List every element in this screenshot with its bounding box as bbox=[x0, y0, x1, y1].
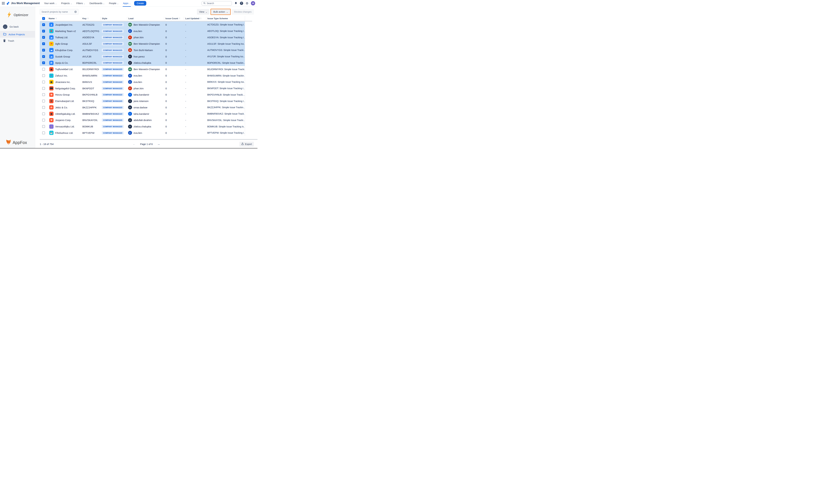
row-checkbox[interactable] bbox=[42, 61, 45, 64]
row-checkbox[interactable] bbox=[42, 125, 45, 128]
settings-gear-icon[interactable]: ⚙ bbox=[246, 2, 248, 5]
issue-count: 0 bbox=[164, 53, 184, 60]
help-icon[interactable]: ? bbox=[240, 2, 243, 5]
issue-count: 0 bbox=[164, 41, 184, 47]
row-checkbox[interactable] bbox=[42, 36, 45, 39]
chevron-down-icon: ⌄ bbox=[129, 3, 131, 4]
export-button[interactable]: Export bbox=[239, 142, 254, 147]
row-checkbox[interactable] bbox=[42, 93, 45, 96]
style-badge: COMPANY MANAGED bbox=[102, 36, 124, 39]
review-changes-button[interactable]: Review changes bbox=[232, 9, 254, 15]
table-row: ⌨ Nelgutagaful Corp. BKNPDDT COMPANY MAN… bbox=[40, 85, 245, 92]
lead-avatar: BW bbox=[128, 67, 132, 71]
column-header-lead[interactable]: Lead bbox=[127, 17, 164, 20]
row-checkbox[interactable] bbox=[42, 30, 45, 33]
column-header-issue-type-scheme[interactable]: Issue Type Scheme bbox=[206, 17, 245, 20]
table-row: ⚑ Agfo Group ASULSF COMPANY MANAGED BW B… bbox=[40, 41, 245, 47]
issue-count: 0 bbox=[164, 34, 184, 41]
row-checkbox[interactable] bbox=[42, 23, 45, 26]
view-dropdown-button[interactable]: View⌄ bbox=[197, 9, 210, 15]
column-header-last-updated[interactable]: Last Updated▲▼ bbox=[184, 17, 206, 20]
last-updated: - bbox=[184, 117, 206, 123]
table-row: ◉ Uletefojakukig Ltd. BMBNFBSVKZ COMPANY… bbox=[40, 111, 245, 117]
list-window-icon: ☰ bbox=[49, 99, 54, 103]
style-badge: COMPANY MANAGED bbox=[102, 42, 124, 45]
nav-your-work[interactable]: Your work⌄ bbox=[44, 0, 57, 7]
row-checkbox[interactable] bbox=[42, 87, 45, 90]
previous-page-arrow-icon[interactable]: ← bbox=[133, 142, 135, 146]
issue-type-scheme: BKSTRXQ: Simple Issue Tracking I… bbox=[206, 98, 245, 104]
row-checkbox[interactable] bbox=[42, 55, 45, 58]
user-avatar[interactable]: JR bbox=[251, 1, 255, 5]
projects-table: Name▲▼ Key▲▼ Style Lead Issue Count▲▼ La… bbox=[40, 16, 245, 136]
sidebar-item-trash[interactable]: Trash bbox=[0, 38, 35, 44]
last-updated: - bbox=[184, 111, 206, 117]
issue-count: 0 bbox=[164, 85, 184, 92]
mountain-photo-icon: ▲ bbox=[49, 22, 54, 27]
row-checkbox[interactable] bbox=[42, 112, 45, 115]
style-badge: COMPANY MANAGED bbox=[102, 99, 124, 103]
global-search-input[interactable]: Search bbox=[202, 1, 232, 6]
sort-icon: ▲▼ bbox=[179, 18, 180, 19]
bulk-action-dropdown-button[interactable]: Bulk action⌄ bbox=[211, 9, 231, 15]
nav-filters[interactable]: Filters⌄ bbox=[76, 0, 85, 7]
last-updated: - bbox=[184, 34, 206, 41]
lead-avatar: BW bbox=[128, 42, 132, 46]
parrot-icon: ◖ bbox=[49, 124, 54, 129]
row-checkbox[interactable] bbox=[42, 49, 45, 52]
horizontal-scrollbar-bottom[interactable] bbox=[40, 139, 257, 140]
table-header: Name▲▼ Key▲▼ Style Lead Issue Count▲▼ La… bbox=[40, 16, 245, 21]
next-page-arrow-icon[interactable]: → bbox=[157, 142, 160, 146]
go-back-button[interactable]: ← Go back bbox=[3, 24, 35, 29]
row-checkbox[interactable] bbox=[42, 74, 45, 77]
row-checkbox[interactable] bbox=[42, 42, 45, 45]
clear-search-icon[interactable]: ✕ bbox=[74, 11, 77, 13]
issue-type-scheme: BGJORMYROI: Simple Issue Tracki… bbox=[206, 66, 245, 72]
column-header-issue-count[interactable]: Issue Count▲▼ bbox=[164, 17, 184, 20]
style-badge: COMPANY MANAGED bbox=[102, 93, 124, 96]
result-range: 1 - 18 of 754 bbox=[40, 143, 54, 145]
lead-avatar: T bbox=[128, 112, 132, 116]
project-name: Kihujlufuw Corp. bbox=[55, 49, 73, 52]
table-footer: 1 - 18 of 754 ← Page 1 of 6 → Export bbox=[35, 140, 257, 148]
column-header-name[interactable]: Name▲▼ bbox=[47, 17, 81, 20]
table-row: ☁ Susiok Group AYLFJR COMPANY MANAGED F … bbox=[40, 53, 245, 60]
issue-type-scheme: BOMKUB: Simple Issue Tracking Is… bbox=[206, 123, 245, 130]
row-checkbox[interactable] bbox=[42, 81, 45, 83]
lead-avatar: O bbox=[128, 105, 132, 109]
table-row: ◖ Vensazofojku Ltd. BOMKUB COMPANY MANAG… bbox=[40, 123, 245, 130]
row-checkbox[interactable] bbox=[42, 131, 45, 134]
row-checkbox[interactable] bbox=[42, 119, 45, 121]
coffee-cup-icon: ☕ bbox=[49, 131, 54, 135]
column-header-key[interactable]: Key▲▼ bbox=[81, 17, 101, 20]
lead-avatar: Z bbox=[128, 125, 132, 129]
project-name: Josjanro Corp. bbox=[55, 119, 71, 121]
nav-projects[interactable]: Projects⌄ bbox=[61, 0, 72, 7]
column-header-style[interactable]: Style bbox=[101, 17, 127, 20]
issue-count: 0 bbox=[164, 79, 184, 85]
nav-dashboards[interactable]: Dashboards⌄ bbox=[89, 0, 105, 7]
lead-avatar: T bbox=[128, 93, 132, 97]
row-checkbox[interactable] bbox=[42, 100, 45, 102]
issue-count: 0 bbox=[164, 111, 184, 117]
jira-logo-icon[interactable] bbox=[6, 2, 10, 5]
brand-name: AppFox bbox=[13, 140, 27, 145]
nav-apps[interactable]: Apps⌄ bbox=[123, 0, 131, 7]
project-search-input[interactable]: Search projects by name ✕ bbox=[40, 9, 78, 15]
sidebar-item-active-projects[interactable]: Active Projects bbox=[0, 31, 35, 38]
last-updated: - bbox=[184, 98, 206, 104]
lead-name: fran.perez bbox=[134, 55, 145, 58]
issue-count: 0 bbox=[164, 22, 184, 28]
nav-people[interactable]: People⌄ bbox=[109, 0, 119, 7]
select-all-checkbox[interactable] bbox=[42, 17, 45, 20]
app-switcher-icon[interactable] bbox=[2, 2, 6, 5]
lead-avatar: Z bbox=[128, 61, 132, 65]
lead-avatar: P bbox=[128, 86, 132, 90]
row-checkbox[interactable] bbox=[42, 68, 45, 71]
row-checkbox[interactable] bbox=[42, 106, 45, 109]
project-name: Fiheluohvuc Ltd. bbox=[55, 131, 73, 134]
create-button[interactable]: Create bbox=[134, 1, 146, 6]
lightning-bolt-icon bbox=[7, 11, 12, 19]
project-name: Tuthooj Ltd. bbox=[55, 36, 68, 39]
notifications-icon[interactable] bbox=[234, 2, 237, 5]
